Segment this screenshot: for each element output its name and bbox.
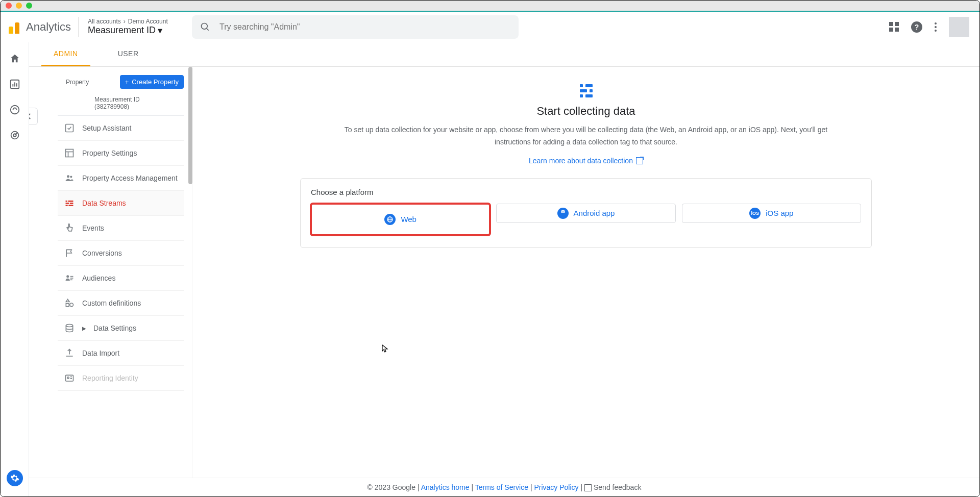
svg-rect-26 xyxy=(66,304,69,307)
platform-android-button[interactable]: Android app xyxy=(496,204,675,223)
svg-point-14 xyxy=(67,175,69,178)
svg-point-15 xyxy=(70,176,72,178)
page-title: Start collecting data xyxy=(536,105,635,118)
apps-icon[interactable] xyxy=(889,22,899,32)
admin-gear-icon[interactable] xyxy=(7,470,23,486)
breadcrumb-accounts: All accounts xyxy=(88,18,121,25)
app-header: Analytics All accounts › Demo Account Me… xyxy=(1,12,979,42)
breadcrumb-account-name: Demo Account xyxy=(128,18,168,25)
main-content: Start collecting data To set up data col… xyxy=(192,67,979,478)
tab-user[interactable]: USER xyxy=(106,42,151,66)
search-icon xyxy=(200,22,210,32)
footer-link-feedback[interactable]: Send feedback xyxy=(594,483,641,491)
sidebar-item-data-streams[interactable]: Data Streams xyxy=(58,191,184,216)
flag-icon xyxy=(64,248,75,258)
sidebar-item-data-settings[interactable]: ▶ Data Settings xyxy=(58,316,184,341)
svg-point-37 xyxy=(564,211,564,212)
android-icon xyxy=(557,208,569,219)
audience-icon xyxy=(64,273,75,283)
sidebar-item-label: Reporting Identity xyxy=(82,374,138,382)
chevron-right-icon: › xyxy=(124,18,126,25)
account-selector[interactable]: All accounts › Demo Account Measurement … xyxy=(88,18,185,36)
check-square-icon xyxy=(64,123,75,133)
svg-point-30 xyxy=(67,377,69,379)
sidebar-item-setup-assistant[interactable]: Setup Assistant xyxy=(58,116,184,141)
sidebar-item-events[interactable]: Events xyxy=(58,216,184,241)
learn-more-link[interactable]: Learn more about data collection xyxy=(529,157,643,165)
close-window-icon[interactable] xyxy=(6,3,12,9)
footer: © 2023 Google | Analytics home | Terms o… xyxy=(29,478,979,496)
touch-icon xyxy=(64,223,75,233)
footer-link-privacy[interactable]: Privacy Policy xyxy=(534,483,578,491)
more-vert-icon[interactable] xyxy=(935,22,937,32)
sidebar-item-label: Audiences xyxy=(82,274,115,282)
search-input[interactable] xyxy=(219,22,510,32)
search-bar[interactable] xyxy=(192,15,519,39)
sidebar-item-label: Custom definitions xyxy=(82,299,141,307)
admin-tabs: ADMIN USER xyxy=(29,42,979,67)
platform-ios-label: iOS app xyxy=(766,209,793,217)
scrollbar[interactable] xyxy=(188,67,192,184)
footer-link-tos[interactable]: Terms of Service xyxy=(475,483,528,491)
sidebar-item-custom-definitions[interactable]: Custom definitions xyxy=(58,291,184,316)
svg-rect-10 xyxy=(66,125,74,132)
sidebar-item-data-import[interactable]: Data Import xyxy=(58,341,184,366)
plus-icon: + xyxy=(125,78,129,86)
sidebar-item-audiences[interactable]: Audiences xyxy=(58,266,184,291)
maximize-window-icon[interactable] xyxy=(26,3,32,9)
create-property-label: Create Property xyxy=(132,78,179,86)
home-icon[interactable] xyxy=(9,53,21,65)
tab-admin[interactable]: ADMIN xyxy=(41,42,90,66)
window-titlebar xyxy=(1,1,979,12)
svg-rect-18 xyxy=(66,203,69,204)
sidebar-item-reporting-identity[interactable]: Reporting Identity xyxy=(58,366,184,391)
svg-rect-23 xyxy=(70,276,74,277)
avatar[interactable] xyxy=(949,17,969,37)
sidebar-item-label: Events xyxy=(82,224,104,232)
platform-ios-button[interactable]: iOS iOS app xyxy=(682,204,861,223)
external-link-icon xyxy=(636,157,643,164)
explore-icon[interactable] xyxy=(9,104,21,116)
svg-point-0 xyxy=(202,23,208,29)
caret-down-icon: ▾ xyxy=(158,25,162,36)
sidebar-item-property-access[interactable]: Property Access Management xyxy=(58,166,184,191)
stream-icon xyxy=(64,198,75,208)
advertising-icon[interactable] xyxy=(9,129,21,141)
left-nav-rail xyxy=(1,42,29,496)
feedback-icon xyxy=(584,484,592,491)
ios-icon: iOS xyxy=(749,208,761,219)
svg-rect-5 xyxy=(16,83,17,86)
platform-card-label: Choose a platform xyxy=(311,188,861,196)
reports-icon[interactable] xyxy=(9,78,21,90)
learn-more-label: Learn more about data collection xyxy=(529,157,633,165)
analytics-logo[interactable]: Analytics xyxy=(8,20,71,34)
back-button[interactable] xyxy=(29,108,38,125)
analytics-logo-icon xyxy=(8,20,21,34)
svg-rect-19 xyxy=(70,203,74,204)
help-icon[interactable]: ? xyxy=(911,21,922,33)
svg-rect-20 xyxy=(66,205,68,206)
svg-rect-21 xyxy=(68,205,73,206)
create-property-button[interactable]: + Create Property xyxy=(120,75,184,89)
sidebar-item-conversions[interactable]: Conversions xyxy=(58,241,184,266)
svg-point-6 xyxy=(10,106,19,114)
footer-link-home[interactable]: Analytics home xyxy=(421,483,470,491)
svg-rect-16 xyxy=(66,201,67,202)
sidebar-item-property-settings[interactable]: Property Settings xyxy=(58,141,184,166)
svg-point-22 xyxy=(66,275,69,278)
platform-web-button[interactable]: Web xyxy=(311,204,490,235)
product-name: Analytics xyxy=(26,20,71,34)
database-icon xyxy=(64,323,75,333)
sidebar-item-label: Data Import xyxy=(82,349,119,357)
svg-rect-11 xyxy=(66,150,74,157)
minimize-window-icon[interactable] xyxy=(16,3,22,9)
mouse-cursor-icon xyxy=(381,344,388,353)
upload-icon xyxy=(64,348,75,358)
platform-card: Choose a platform Web xyxy=(300,178,872,248)
svg-rect-4 xyxy=(14,82,15,86)
sidebar-item-label: Data Streams xyxy=(82,199,126,207)
svg-line-1 xyxy=(207,28,209,30)
property-name[interactable]: Measurement ID (382789908) xyxy=(58,93,184,116)
layout-icon xyxy=(64,148,75,158)
chevron-right-icon: ▶ xyxy=(82,326,86,331)
